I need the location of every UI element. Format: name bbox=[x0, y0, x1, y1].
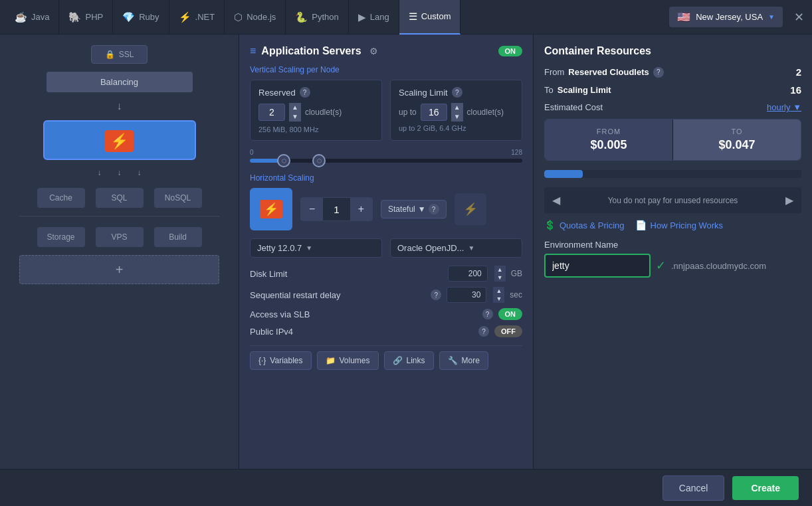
tab-net-label: .NET bbox=[195, 12, 215, 22]
settings-icon[interactable]: ⚙ bbox=[369, 46, 378, 56]
scaling-increment[interactable]: ▲ bbox=[451, 103, 463, 112]
volumes-button[interactable]: 📁 Volumes bbox=[317, 351, 379, 370]
scaling-limit-unit: cloudlet(s) bbox=[467, 108, 504, 117]
create-button[interactable]: Create bbox=[732, 476, 799, 500]
close-button[interactable]: ✕ bbox=[794, 10, 804, 25]
arrow-cache-icon: ↓ bbox=[98, 168, 102, 177]
cancel-button[interactable]: Cancel bbox=[662, 475, 725, 501]
price-box: FROM $0.005 TO $0.047 bbox=[544, 119, 801, 161]
public-ipv4-toggle[interactable]: OFF bbox=[494, 325, 522, 337]
stateful-arrow-icon: ▼ bbox=[418, 205, 426, 214]
scaling-limit-box: Scaling Limit ? up to 16 ▲ ▼ cloudlet(s)… bbox=[390, 80, 522, 141]
reserved-stepper[interactable]: ▲ ▼ bbox=[289, 103, 301, 122]
public-ipv4-state[interactable]: OFF bbox=[494, 325, 522, 337]
variables-button[interactable]: {·} Variables bbox=[250, 351, 312, 370]
hex-icon-2: ⬡ bbox=[317, 158, 322, 164]
scaling-limit-value: 16 bbox=[421, 104, 447, 121]
scaling-limit-help-icon[interactable]: ? bbox=[452, 87, 462, 98]
sub-arrows-row: ↓ ↓ ↓ bbox=[98, 168, 142, 177]
jetty-horiz-icon: ⚡ bbox=[260, 200, 282, 218]
scaling-slider[interactable]: 0 128 ⬡ ⬡ bbox=[250, 149, 522, 163]
region-selector[interactable]: 🇺🇸 New Jersey, USA ▼ bbox=[669, 7, 783, 27]
restart-delay-row: Sequential restart delay ? 30 ▲ ▼ sec bbox=[250, 287, 522, 303]
tab-custom[interactable]: ☰ Custom bbox=[399, 0, 461, 35]
vps-node[interactable]: VPS bbox=[96, 227, 144, 247]
reserved-title: Reserved ? bbox=[258, 87, 373, 98]
right-panel: Container Resources From Reserved Cloudl… bbox=[533, 35, 812, 469]
public-ipv4-help-icon[interactable]: ? bbox=[478, 326, 489, 337]
main-server-node[interactable]: ⚡ bbox=[43, 120, 196, 160]
disk-decrement[interactable]: ▼ bbox=[494, 274, 506, 282]
stateful-select[interactable]: Stateful ▼ ? bbox=[381, 200, 447, 218]
hourly-link[interactable]: hourly ▼ bbox=[767, 102, 801, 112]
env-domain: .nnjpaas.cloudmydc.com bbox=[671, 261, 766, 271]
dollar-icon: 💲 bbox=[544, 220, 556, 230]
sql-node[interactable]: SQL bbox=[96, 188, 144, 208]
links-button[interactable]: 🔗 Links bbox=[384, 351, 434, 370]
content-area: 🔒 SSL Balancing ↓ ⚡ ↓ ↓ ↓ Cache SQL NoSQ… bbox=[0, 35, 812, 469]
price-to-tag: TO bbox=[689, 127, 785, 135]
php-icon: 🐘 bbox=[68, 11, 81, 23]
reserved-cloudlets-help[interactable]: ? bbox=[653, 67, 664, 78]
scaling-limit-stepper[interactable]: ▲ ▼ bbox=[451, 103, 463, 122]
app-servers-toggle[interactable]: ON bbox=[498, 46, 523, 56]
storage-node[interactable]: Storage bbox=[37, 227, 85, 247]
hourly-dropdown-icon: ▼ bbox=[793, 102, 801, 112]
reserved-help-icon[interactable]: ? bbox=[300, 87, 310, 98]
slider-thumb-scaling[interactable]: ⬡ bbox=[312, 154, 326, 167]
price-from-tag: FROM bbox=[561, 127, 657, 135]
price-from-section: FROM $0.005 bbox=[545, 120, 672, 160]
python-icon: 🐍 bbox=[295, 11, 308, 23]
disk-limit-label: Disk Limit bbox=[250, 269, 443, 279]
reserved-input-row: 2 ▲ ▼ cloudlet(s) bbox=[258, 103, 373, 122]
cache-node[interactable]: Cache bbox=[37, 188, 85, 208]
more-icon: 🔧 bbox=[448, 356, 458, 365]
divider bbox=[19, 216, 220, 216]
access-slb-help-icon[interactable]: ? bbox=[482, 309, 493, 319]
quotas-pricing-link[interactable]: 💲 Quotas & Pricing bbox=[544, 220, 625, 230]
restart-increment[interactable]: ▲ bbox=[493, 287, 504, 295]
nosql-node[interactable]: NoSQL bbox=[154, 188, 202, 208]
env-name-section: Environment Name ✓ .nnjpaas.cloudmydc.co… bbox=[544, 240, 801, 278]
tab-java[interactable]: ☕ Java bbox=[5, 0, 59, 35]
reserved-decrement[interactable]: ▼ bbox=[289, 112, 301, 122]
access-slb-state[interactable]: ON bbox=[498, 308, 523, 320]
scaling-decrement[interactable]: ▼ bbox=[451, 112, 463, 122]
disk-increment[interactable]: ▲ bbox=[494, 266, 506, 274]
reserved-increment[interactable]: ▲ bbox=[289, 103, 301, 112]
jdk-version-select[interactable]: Oracle OpenJD... ▼ bbox=[390, 238, 522, 258]
tab-nodejs[interactable]: ⬡ Node.js bbox=[225, 0, 286, 35]
balancing-node[interactable]: Balancing bbox=[47, 72, 193, 92]
access-slb-toggle[interactable]: ON bbox=[498, 308, 523, 320]
restart-stepper[interactable]: ▲ ▼ bbox=[493, 287, 504, 303]
tab-ruby[interactable]: 💎 Ruby bbox=[113, 0, 169, 35]
build-node[interactable]: Build bbox=[154, 227, 202, 247]
more-button[interactable]: 🔧 More bbox=[439, 351, 488, 370]
disk-stepper[interactable]: ▲ ▼ bbox=[494, 266, 506, 282]
tab-net[interactable]: ⚡ .NET bbox=[169, 0, 225, 35]
tab-php[interactable]: 🐘 PHP bbox=[59, 0, 113, 35]
env-name-input[interactable] bbox=[544, 254, 651, 278]
slider-min-label: 0 bbox=[250, 149, 254, 156]
section-title: Application Servers bbox=[261, 45, 361, 57]
slider-thumb-reserved[interactable]: ⬡ bbox=[277, 154, 290, 167]
restart-delay-help-icon[interactable]: ? bbox=[431, 290, 441, 300]
jetty-version-select[interactable]: Jetty 12.0.7 ▼ bbox=[250, 238, 382, 258]
tab-python[interactable]: 🐍 Python bbox=[286, 0, 348, 35]
counter-decrement[interactable]: − bbox=[301, 198, 323, 220]
counter-increment[interactable]: + bbox=[350, 198, 372, 220]
stateful-help-icon[interactable]: ? bbox=[429, 204, 439, 214]
document-icon: 📄 bbox=[635, 220, 647, 230]
jdk-select-arrow: ▼ bbox=[468, 244, 474, 252]
arrow-down-icon: ↓ bbox=[117, 100, 122, 112]
from-cloudlets-value: 2 bbox=[796, 66, 801, 78]
carousel-prev-button[interactable]: ◀ bbox=[552, 194, 560, 207]
carousel-next-button[interactable]: ▶ bbox=[785, 194, 793, 207]
ssl-button[interactable]: 🔒 SSL bbox=[91, 45, 148, 64]
how-pricing-works-link[interactable]: 📄 How Pricing Works bbox=[635, 220, 724, 230]
tab-lang[interactable]: ▶ Lang bbox=[349, 0, 399, 35]
counter-value: 1 bbox=[323, 199, 350, 220]
restart-decrement[interactable]: ▼ bbox=[493, 295, 504, 303]
region-flag: 🇺🇸 bbox=[677, 11, 690, 23]
add-layer-button[interactable]: + bbox=[19, 255, 220, 284]
